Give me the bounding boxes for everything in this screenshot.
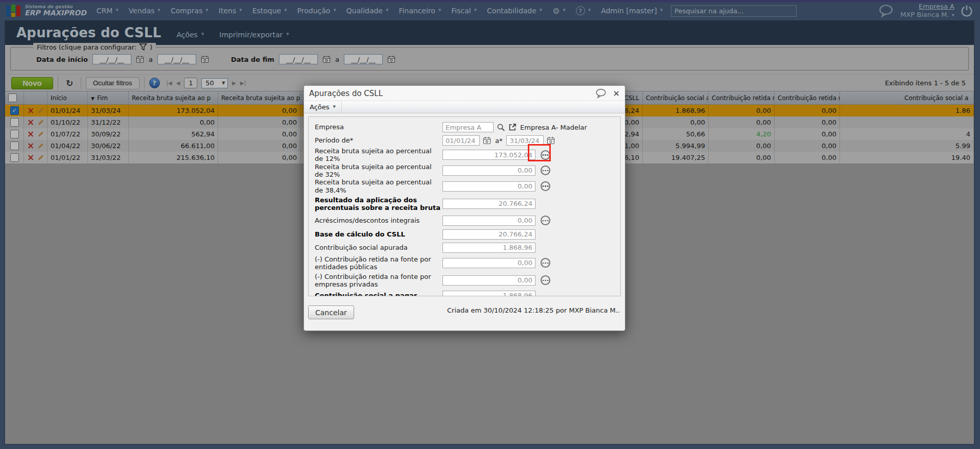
dialog-form-panel: Empresa Empresa A- Madelar Período de* a… [308, 116, 621, 296]
empresa-input[interactable] [442, 122, 494, 132]
dialog-menubar: Ações [304, 101, 625, 113]
ellipsis-detail-icon[interactable] [541, 275, 550, 285]
dialog-header: Apurações do CSLL [304, 86, 625, 101]
retida-privadas-input[interactable] [442, 275, 535, 286]
dialog-actions-menu[interactable]: Ações [304, 101, 342, 113]
close-icon[interactable] [613, 89, 620, 98]
field-label: Acréscimos/descontos integrais [315, 217, 442, 224]
periodo-label: Período de* [315, 136, 442, 144]
external-link-icon[interactable] [508, 123, 517, 131]
field-label: Receita bruta sujeita ao percentual de 1… [315, 147, 442, 163]
field-label: Base de cálculo do CSLL [315, 230, 442, 238]
ellipsis-detail-icon[interactable] [541, 258, 550, 268]
calendar-icon[interactable] [483, 136, 491, 145]
base-calculo-input[interactable] [442, 229, 535, 240]
calendar-icon[interactable] [547, 136, 555, 145]
created-info: Criada em 30/10/2024 12:18:25 por MXP Bi… [447, 306, 620, 314]
receita-32-input[interactable] [442, 166, 535, 176]
periodo-from-input[interactable] [442, 135, 480, 146]
ellipsis-detail-icon[interactable] [541, 181, 550, 191]
empresa-link-text[interactable]: Empresa A- Madelar [520, 124, 587, 131]
field-label: Receita bruta sujeita ao percentual de 3… [315, 163, 442, 179]
contribuicao-apurada-input[interactable] [442, 243, 535, 253]
contribuicao-a-pagar-input[interactable] [442, 291, 535, 296]
field-label: Receita bruta sujeita ao percentual de 3… [315, 178, 442, 194]
app-screen: Sistema de gestão ERP MAXIPROD CRM Venda… [0, 0, 980, 449]
ellipsis-detail-icon[interactable] [541, 166, 550, 175]
ellipsis-detail-icon[interactable] [541, 216, 550, 225]
comment-bubble-icon[interactable] [595, 88, 607, 99]
field-label: Contribuição social a pagar [315, 292, 442, 296]
csll-dialog: Apurações do CSLL Ações Empresa Empresa … [304, 85, 625, 331]
field-label: (-) Contribuição retida na fonte por ent… [315, 255, 442, 271]
periodo-separator: a* [495, 137, 502, 145]
highlight-annotation-box [528, 144, 551, 161]
search-icon[interactable] [497, 123, 505, 132]
empresa-label: Empresa [315, 123, 442, 131]
field-label: Resultado da aplicação dos percentuais s… [315, 196, 442, 212]
acrescimos-input[interactable] [442, 216, 535, 226]
receita-12-input[interactable] [442, 150, 535, 160]
receita-38-input[interactable] [442, 181, 535, 192]
field-label: Contribuição social apurada [315, 244, 442, 251]
retida-entidades-input[interactable] [442, 258, 535, 268]
resultado-percentuais-input[interactable] [442, 199, 535, 209]
cancel-button[interactable]: Cancelar [308, 305, 354, 319]
dialog-title: Apurações do CSLL [309, 89, 383, 98]
field-label: (-) Contribuição retida na fonte por emp… [315, 273, 442, 289]
